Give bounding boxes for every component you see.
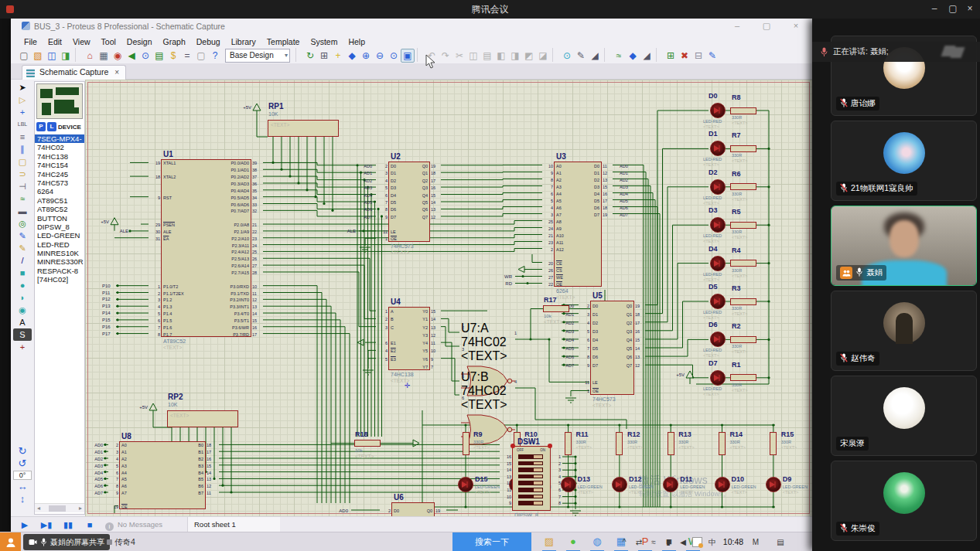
minimize-button[interactable]: – (926, 3, 943, 14)
component-D7[interactable] (710, 370, 726, 386)
schematic-canvas[interactable]: ALE+5VP10P11P12P13P14P15P16P17ALEWRRD+5V… (85, 80, 812, 516)
redo-icon[interactable]: ↷ (439, 49, 452, 63)
component-R8[interactable] (730, 107, 756, 114)
device-item[interactable]: MINRES10K (35, 249, 84, 257)
zoom-all-icon[interactable]: ⊙ (387, 49, 401, 63)
2d-text-icon[interactable]: A (13, 316, 32, 328)
component-R12[interactable] (616, 432, 623, 455)
search-and-tag-icon[interactable]: ◆ (626, 49, 640, 63)
origin-icon[interactable]: + (331, 49, 345, 63)
tray-ime-mode-icon[interactable]: M (749, 532, 763, 551)
tray-tray-expand-icon[interactable]: ^ (617, 532, 631, 551)
2d-box-icon[interactable]: ■ (13, 267, 32, 279)
stop-button[interactable]: ■ (80, 519, 100, 531)
component-D0[interactable] (710, 103, 726, 118)
tray-wifi-icon[interactable]: ≈ (647, 532, 661, 551)
component-R13[interactable] (668, 432, 674, 455)
save-project-icon[interactable]: ◫ (45, 49, 59, 63)
new-root-sheet-icon[interactable]: ⊞ (664, 49, 678, 63)
device-item[interactable]: 7SEG-MPX4- (35, 134, 84, 143)
menu-system[interactable]: System (305, 36, 343, 47)
tab-schematic-capture[interactable]: Schematic Capture× (22, 65, 126, 80)
menu-template[interactable]: Template (261, 36, 306, 47)
taskbar-app-file-explorer[interactable]: ▨ (540, 533, 558, 550)
participant-tile-2[interactable]: 21物联网1寇良帅 (831, 121, 977, 201)
device-item[interactable]: 74HC245 (35, 170, 84, 179)
schematic-capture-icon[interactable]: ▦ (97, 49, 111, 63)
toggle-grid-icon[interactable]: ⊞ (317, 49, 331, 63)
component-R17[interactable]: R1710k<TEXT> (543, 305, 569, 312)
tray-language-indicator[interactable]: 中 (705, 532, 719, 551)
menu-file[interactable]: File (19, 36, 43, 47)
tray-network-activity-icon[interactable]: ⇄ (632, 532, 646, 551)
2d-circle-icon[interactable]: ● (13, 279, 32, 291)
component-U1[interactable]: U1AT89C52<TEXT>XTAL119XTAL218RST9PSEN29A… (161, 159, 251, 337)
device-item[interactable]: 74HC154 (35, 161, 84, 169)
component-U7:A[interactable]: U7:A74HC02<TEXT>231 (461, 321, 515, 357)
device-item[interactable]: MINRES330R (35, 257, 84, 266)
cut-icon[interactable]: ✂ (452, 49, 466, 63)
device-item[interactable]: AT89C51 (35, 196, 84, 205)
device-item[interactable]: [74HC02] (35, 275, 84, 284)
device-item[interactable]: BUTTON (35, 214, 84, 223)
participant-tile-3[interactable]: 聂娟 (831, 206, 977, 286)
component-D11[interactable] (663, 477, 678, 492)
maximize-button[interactable]: ▢ (944, 3, 961, 14)
junction-dot-mode-icon[interactable]: + (13, 106, 32, 118)
subcircuit-mode-icon[interactable]: ▢ (13, 155, 32, 168)
exit-to-parent-icon[interactable]: ⊟ (691, 49, 705, 63)
schematic-overview-preview[interactable] (36, 83, 83, 119)
dip-switch[interactable] (518, 488, 543, 492)
component-R9[interactable] (463, 432, 470, 455)
copy-icon[interactable]: ◫ (466, 49, 480, 63)
component-R4[interactable] (730, 260, 756, 267)
component-D12[interactable] (612, 477, 627, 492)
component-D3[interactable] (710, 217, 726, 233)
home-page-icon[interactable]: ⌂ (83, 49, 97, 63)
2d-line-icon[interactable]: / (13, 254, 32, 267)
device-item[interactable]: 6264 (35, 187, 84, 196)
menu-help[interactable]: Help (343, 36, 370, 47)
tray-touch-keyboard-icon[interactable]: ▤ (773, 532, 787, 551)
2d-arc-icon[interactable]: ◗ (13, 291, 32, 304)
screen-share-pill[interactable]: 聂娟的屏幕共享 (23, 534, 110, 550)
menu-edit[interactable]: Edit (43, 36, 67, 47)
component-U7:B[interactable]: U7:B74HC02<TEXT>564 (461, 370, 515, 406)
component-mode-icon[interactable]: ▷ (13, 94, 32, 106)
participant-tile-4[interactable]: 赵伟奇 (831, 291, 977, 371)
close-button[interactable]: × (961, 3, 978, 14)
system-settings-icon[interactable]: ◉ (111, 49, 125, 63)
library-browser-icon[interactable]: ▤ (152, 49, 166, 63)
component-D4[interactable] (710, 256, 726, 271)
mirror-y-icon[interactable]: ↕ (13, 493, 32, 505)
proteus-maximize-button[interactable]: ▢ (756, 21, 777, 31)
dip-switch[interactable] (518, 468, 543, 472)
step-button[interactable]: ▶▮ (36, 519, 56, 531)
block-move-icon[interactable]: ◨ (508, 49, 522, 63)
component-U6[interactable]: U6D02Q019 (391, 502, 435, 516)
component-R5[interactable] (730, 222, 756, 229)
component-R2[interactable] (730, 336, 756, 343)
device-item[interactable]: 74HC02 (35, 143, 84, 151)
component-RP2[interactable]: RP210K<TEXT> (167, 410, 238, 427)
device-item[interactable]: 74HC573 (35, 179, 84, 187)
buses-mode-icon[interactable]: ∥ (13, 143, 32, 155)
pause-button[interactable]: ▮▮ (58, 519, 78, 531)
participant-tile-6[interactable]: 朱崇俊 (831, 461, 977, 541)
block-copy-icon[interactable]: ◧ (494, 49, 508, 63)
component-DSW1[interactable]: DSW1DIPSW_8OFFON16115214313412511610798 (512, 446, 551, 511)
zoom-view-icon[interactable]: ⊙ (138, 49, 152, 63)
new-file-icon[interactable]: ▢ (17, 49, 31, 63)
zoom-in-icon[interactable]: ⊕ (359, 49, 373, 63)
tray-ime-badge[interactable] (692, 537, 702, 547)
search-icon[interactable]: ⊙ (560, 49, 574, 63)
mirror-x-icon[interactable]: ↔ (13, 481, 32, 493)
block-delete-icon[interactable]: ◪ (536, 49, 550, 63)
component-R7[interactable] (730, 145, 756, 152)
terminals-mode-icon[interactable]: ⊃ (13, 168, 32, 180)
open-project-icon[interactable]: ▧ (31, 49, 45, 63)
component-D10[interactable] (715, 477, 730, 492)
voltage-probe-mode-icon[interactable]: ✎ (13, 230, 32, 242)
component-D5[interactable] (710, 294, 726, 309)
bill-of-materials-icon[interactable]: $ (166, 49, 180, 63)
